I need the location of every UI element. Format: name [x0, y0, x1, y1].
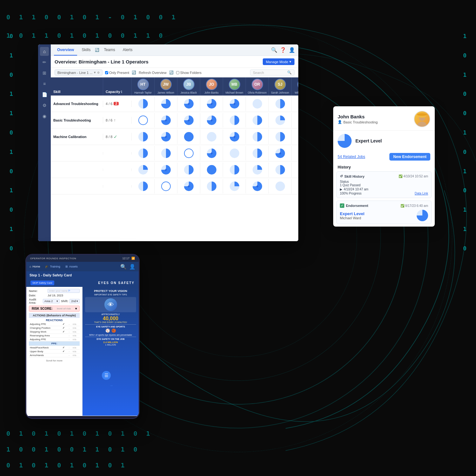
cell-mc-jo[interactable] — [200, 129, 223, 144]
cell-basic-sj[interactable] — [269, 113, 292, 128]
cell-4-ht[interactable] — [132, 146, 155, 161]
cell-adv-or[interactable] — [246, 96, 269, 111]
related-jobs-link[interactable]: 54 Related Jobs — [338, 155, 365, 159]
cell-4-jb[interactable] — [177, 146, 200, 161]
cell-6-mb[interactable] — [223, 179, 246, 194]
cell-basic-ht[interactable] — [132, 113, 155, 128]
show-folders-filter[interactable]: Show Folders — [176, 71, 202, 75]
cell-adv-jo[interactable]: + — [200, 96, 223, 111]
tablet-nav-assets[interactable]: ⊞ Assets — [65, 265, 78, 268]
cell-basic-mb[interactable] — [223, 113, 246, 128]
search-icon[interactable]: 🔍 — [271, 47, 277, 53]
cell-basic-ws[interactable] — [292, 113, 298, 128]
person-col-michael[interactable]: MB Michael Brown — [223, 77, 246, 96]
popup-skill-label: 👤 Basic Troubleshooting — [338, 120, 411, 124]
person-col-olivia[interactable]: OR Olivia Robinson — [246, 77, 269, 96]
person-col-jessica[interactable]: JB Jessica Black — [177, 77, 200, 96]
only-present-filter[interactable]: Only Present — [105, 71, 129, 75]
cell-5-jw[interactable]: + — [155, 162, 177, 177]
cell-basic-jw[interactable]: + — [155, 113, 177, 128]
cell-6-sj[interactable] — [269, 179, 292, 194]
cell-mc-jb[interactable] — [177, 129, 200, 144]
cell-6-jo[interactable] — [200, 179, 223, 194]
cell-5-or[interactable] — [246, 162, 269, 177]
tablet-user-icon[interactable]: 👤 — [129, 264, 136, 270]
person-col-john[interactable]: JO John Banks — [200, 77, 223, 96]
tab-overview[interactable]: Overview — [54, 44, 77, 56]
cell-mc-ws[interactable] — [292, 129, 298, 144]
search-bar[interactable]: Search 🔍 — [250, 69, 294, 76]
shift-select[interactable]: 2nd ▾ — [69, 299, 80, 303]
cell-mc-jw[interactable]: + — [155, 129, 177, 144]
tab-teams[interactable]: Teams — [101, 44, 118, 56]
cell-basic-jo[interactable]: + — [200, 113, 223, 128]
cell-5-mb[interactable] — [223, 162, 246, 177]
cell-6-jb[interactable]: + — [177, 179, 200, 194]
data-link[interactable]: Data Link — [415, 192, 428, 195]
cell-4-jo[interactable]: + — [200, 146, 223, 161]
cell-adv-ht[interactable] — [132, 96, 155, 111]
grid-header: Skill Capacity ℹ HT Hannah Taylor JW Jam… — [51, 77, 298, 96]
tab-skills[interactable]: Skills — [78, 44, 94, 56]
cell-adv-sj[interactable] — [269, 96, 292, 111]
cell-4-jw[interactable] — [155, 146, 177, 161]
person-col-hannah[interactable]: HT Hannah Taylor — [132, 77, 155, 96]
refresh-button[interactable]: Refresh Overview — [139, 71, 166, 75]
capacity-arrow-up: ↑ — [114, 118, 116, 122]
skill-row-4[interactable]: + + — [51, 145, 298, 162]
location-filter[interactable]: Birmingham - Line 1 ... ▾ ⚙ — [55, 69, 102, 76]
skill-row-basic[interactable]: Basic Troubleshooting 8 / 6 ↑ + + + — [51, 112, 298, 129]
cell-adv-mb[interactable]: + — [223, 96, 246, 111]
top-nav: Overview Skills 🔄 Teams Alerts 🔍 ❓ 👤 — [51, 44, 298, 56]
cell-6-or[interactable]: + — [246, 179, 269, 194]
help-icon[interactable]: ❓ — [280, 47, 286, 53]
tablet-search-icon[interactable]: 🔍 — [120, 264, 127, 270]
cell-5-jb[interactable] — [177, 162, 200, 177]
cell-mc-sj[interactable] — [269, 129, 292, 144]
cell-4-mb[interactable] — [223, 146, 246, 161]
sidebar-settings-icon[interactable]: ◉ — [40, 112, 49, 121]
skill-row-6[interactable]: + + — [51, 178, 298, 195]
cell-5-sj[interactable] — [269, 162, 292, 177]
cell-4-ws[interactable] — [292, 146, 298, 161]
cell-adv-ws[interactable] — [292, 96, 298, 111]
cell-6-ws[interactable] — [292, 179, 298, 194]
person-name-john: John Banks — [204, 91, 218, 94]
skill-row-advanced[interactable]: Advanced Troubleshooting 4 / 6 2 + + + — [51, 96, 298, 112]
person-col-sarah[interactable]: SJ Sarah Johnson — [269, 77, 292, 96]
audit-select[interactable]: Area 2 ▾ — [43, 299, 60, 303]
name-input[interactable]: enter your name 🏳 — [48, 289, 80, 293]
cell-5-jo[interactable] — [200, 162, 223, 177]
cell-adv-jb[interactable]: + — [177, 96, 200, 111]
skip-safety-card-button[interactable]: SKIP Safety Card — [30, 281, 54, 285]
cell-6-ht[interactable] — [132, 179, 155, 194]
sidebar-edit-icon[interactable]: ✏ — [40, 58, 49, 67]
sidebar-home-icon[interactable]: ⌂ — [40, 47, 49, 56]
tab-alerts[interactable]: Alerts — [120, 44, 136, 56]
cell-4-sj[interactable]: + — [269, 146, 292, 161]
tablet-nav-home[interactable]: ⌂ Home — [30, 265, 40, 268]
scroll-more: Scroll for more — [29, 359, 80, 362]
cell-mc-or[interactable] — [246, 129, 269, 144]
cell-mc-mb[interactable]: + — [223, 129, 246, 144]
sidebar-doc-icon[interactable]: 📄 — [40, 90, 49, 99]
cell-adv-jw[interactable] — [155, 96, 177, 111]
skill-row-machine[interactable]: Machine Calibration 8 / 8 ✓ + + — [51, 129, 298, 145]
person-col-william[interactable]: WS William Smith — [292, 77, 298, 96]
cell-5-ws[interactable] — [292, 162, 298, 177]
manage-mode-button[interactable]: Manage Mode ▾ — [263, 58, 294, 65]
tablet-nav-training[interactable]: 🎓 Training — [45, 265, 60, 268]
sidebar-filter-icon[interactable]: ≡ — [40, 79, 49, 88]
cell-6-jw[interactable] — [155, 179, 177, 194]
skill-row-5[interactable]: + — [51, 162, 298, 178]
cell-4-or[interactable] — [246, 146, 269, 161]
user-icon[interactable]: 👤 — [289, 47, 295, 53]
sidebar-grid-icon[interactable]: ⊞ — [40, 69, 49, 77]
cell-mc-ht[interactable] — [132, 129, 155, 144]
cell-basic-or[interactable] — [246, 113, 269, 128]
cell-basic-jb[interactable]: + — [177, 113, 200, 128]
sidebar-tools-icon[interactable]: ⚙ — [40, 101, 49, 110]
cell-5-ht[interactable] — [132, 162, 155, 177]
new-endorsement-button[interactable]: New Endorsement — [389, 153, 430, 161]
person-col-james[interactable]: JW James Wilson — [155, 77, 177, 96]
